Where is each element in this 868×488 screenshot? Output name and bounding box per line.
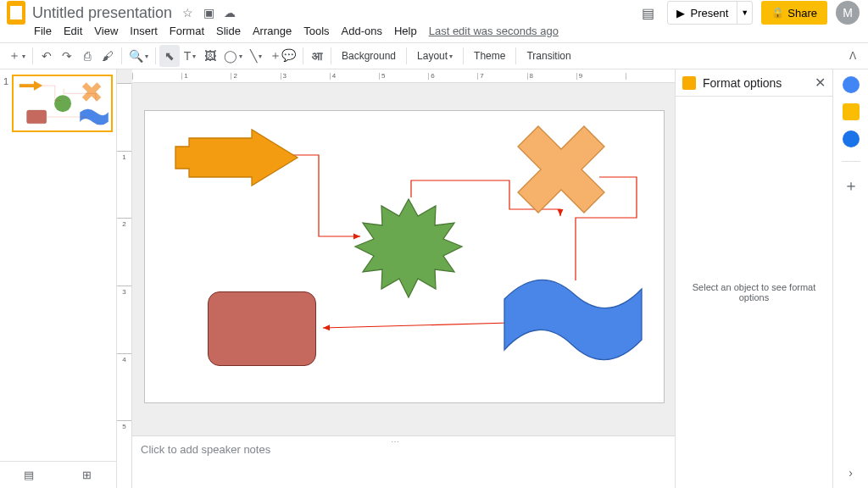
- star-icon[interactable]: ☆: [182, 6, 193, 19]
- grid-view-button[interactable]: ⊞: [58, 462, 117, 488]
- menu-help[interactable]: Help: [394, 25, 417, 37]
- mask-image-button[interactable]: आ: [307, 45, 327, 67]
- horizontal-ruler[interactable]: 123456789: [132, 69, 675, 83]
- separator: [406, 47, 407, 64]
- hide-side-panel-button[interactable]: ›: [849, 466, 853, 480]
- background-button[interactable]: Background: [335, 45, 403, 67]
- format-options-sidebar: Format options ✕ Select an object to see…: [675, 69, 832, 488]
- present-label: Present: [690, 7, 728, 19]
- hide-menus-button[interactable]: ᐱ: [843, 50, 863, 62]
- separator: [463, 47, 464, 64]
- separator: [32, 47, 33, 64]
- new-slide-button[interactable]: ＋: [5, 45, 29, 67]
- speaker-notes-placeholder: Click to add speaker notes: [141, 443, 270, 456]
- menu-arrange[interactable]: Arrange: [253, 25, 292, 37]
- separator: [331, 47, 331, 64]
- present-dropdown-button[interactable]: ▼: [737, 2, 752, 24]
- slide-canvas[interactable]: [144, 110, 665, 403]
- shape-arrow[interactable]: [174, 128, 299, 187]
- separator: [515, 47, 516, 64]
- separator: [303, 47, 303, 64]
- vertical-ruler[interactable]: 12345: [117, 83, 132, 488]
- menu-format[interactable]: Format: [170, 25, 204, 37]
- thumb-preview: [14, 76, 111, 130]
- doc-title[interactable]: Untitled presentation: [32, 4, 172, 22]
- slide-thumb-row[interactable]: 1: [0, 75, 116, 132]
- title-icons: ☆ ▣ ☁: [179, 6, 239, 19]
- select-tool[interactable]: ⬉: [159, 45, 180, 67]
- shape-starburst[interactable]: [353, 197, 464, 308]
- print-button[interactable]: ⎙: [77, 45, 97, 67]
- speaker-notes[interactable]: Click to add speaker notes: [132, 435, 675, 488]
- menu-view[interactable]: View: [94, 25, 118, 37]
- move-icon[interactable]: ▣: [203, 6, 214, 19]
- present-button-group: ▶ Present ▼: [667, 1, 753, 25]
- share-label: Share: [787, 7, 817, 19]
- shape-cross[interactable]: [515, 123, 608, 216]
- image-tool[interactable]: 🖼: [200, 45, 220, 67]
- transition-button[interactable]: Transition: [520, 45, 577, 67]
- canvas-area: 123456789 12345: [117, 69, 675, 488]
- share-button[interactable]: 🔒 Share: [761, 1, 827, 25]
- sidebar-header: Format options ✕: [676, 69, 832, 97]
- close-sidebar-button[interactable]: ✕: [815, 75, 826, 91]
- separator: [121, 47, 122, 64]
- slide-number: 1: [3, 75, 12, 132]
- shape-tool[interactable]: ◯: [220, 45, 246, 67]
- sidebar-empty-text: Select an object to see format options: [687, 282, 821, 302]
- side-panel-rail: ＋ ›: [832, 69, 868, 488]
- title-bar: Untitled presentation ☆ ▣ ☁ ▤ ▶ Present …: [0, 0, 868, 22]
- comment-tool[interactable]: ＋💬: [266, 45, 299, 67]
- connector-wave-to-roundrect[interactable]: [323, 323, 509, 328]
- filmstrip: 1 ▤ ⊞: [0, 69, 117, 488]
- menu-addons[interactable]: Add-ons: [342, 25, 382, 37]
- get-addons-button[interactable]: ＋: [843, 175, 860, 192]
- toolbar: ＋ ↶ ↷ ⎙ 🖌 🔍 ⬉ T 🖼 ◯ ╲ ＋💬 आ Background La…: [0, 42, 868, 69]
- connector-arrow-to-starburst[interactable]: [289, 155, 360, 236]
- lock-icon: 🔒: [771, 7, 784, 19]
- filmstrip-view-button[interactable]: ▤: [0, 462, 58, 488]
- filmstrip-footer: ▤ ⊞: [0, 461, 116, 488]
- present-icon: ▶: [676, 7, 685, 19]
- calendar-addon-button[interactable]: [843, 76, 860, 93]
- workspace: 1 ▤ ⊞ 123456789: [0, 69, 868, 488]
- separator: [155, 47, 156, 64]
- format-options-icon: [682, 76, 696, 90]
- sidebar-body: Select an object to see format options: [676, 97, 832, 488]
- keep-addon-button[interactable]: [843, 103, 860, 120]
- theme-button[interactable]: Theme: [467, 45, 512, 67]
- open-comments-button[interactable]: ▤: [638, 3, 657, 22]
- menu-file[interactable]: File: [34, 25, 52, 37]
- svg-point-0: [54, 95, 71, 112]
- menu-bar: File Edit View Insert Format Slide Arran…: [0, 22, 868, 42]
- menu-tools[interactable]: Tools: [303, 25, 329, 37]
- textbox-tool[interactable]: T: [180, 45, 200, 67]
- present-button[interactable]: ▶ Present: [668, 2, 737, 24]
- notes-resize-handle[interactable]: [391, 435, 416, 438]
- layout-button[interactable]: Layout: [410, 45, 459, 67]
- slide-thumbnail[interactable]: [12, 75, 113, 132]
- separator: [842, 161, 860, 162]
- shape-wave[interactable]: [501, 269, 645, 370]
- redo-button[interactable]: ↷: [57, 45, 77, 67]
- shape-roundrect[interactable]: [208, 291, 316, 366]
- paint-format-button[interactable]: 🖌: [97, 45, 118, 67]
- last-edit-status[interactable]: Last edit was seconds ago: [429, 25, 559, 37]
- tasks-addon-button[interactable]: [843, 130, 860, 147]
- line-tool[interactable]: ╲: [246, 45, 266, 67]
- menu-slide[interactable]: Slide: [216, 25, 241, 37]
- zoom-button[interactable]: 🔍: [125, 45, 152, 67]
- cloud-status-icon[interactable]: ☁: [224, 6, 236, 19]
- menu-insert[interactable]: Insert: [130, 25, 158, 37]
- svg-rect-1: [27, 110, 47, 124]
- undo-button[interactable]: ↶: [36, 45, 57, 67]
- sidebar-title: Format options: [703, 76, 815, 90]
- menu-edit[interactable]: Edit: [64, 25, 82, 37]
- account-avatar[interactable]: M: [836, 1, 860, 25]
- slides-logo-icon[interactable]: [7, 1, 25, 25]
